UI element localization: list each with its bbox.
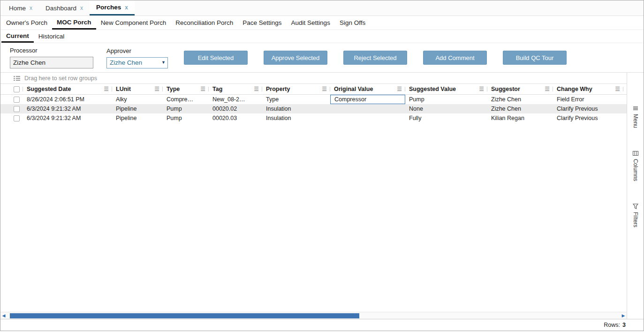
window-tab-dashboard[interactable]: Dashboard x [39,0,90,15]
approve-selected-button[interactable]: Approve Selected [264,51,327,65]
row-checkbox[interactable] [14,106,20,112]
column-menu-icon[interactable]: ☰ [322,86,327,92]
tab-owners-porch[interactable]: Owner's Porch [1,16,52,30]
cell-tag[interactable]: New_08-2… [209,95,262,104]
row-groups-icon [14,75,20,81]
cell-suggestor[interactable]: Kilian Regan [487,113,553,123]
close-icon[interactable]: x [125,4,128,11]
table-row[interactable]: 8/26/2024 2:06:51 PM Alky Compre… New_08… [0,95,627,104]
column-header-type[interactable]: Type☰ [163,84,209,94]
cell-suggestor[interactable]: Zizhe Chen [487,104,553,113]
cell-change-why[interactable]: Clarify Previous [553,113,623,123]
row-group-drop-zone[interactable]: Drag here to set row groups [0,73,627,84]
table-row[interactable]: 6/3/2024 9:21:32 AM Pipeline Pump 00020.… [0,113,627,123]
column-menu-icon[interactable]: ☰ [154,86,159,92]
h-scrollbar[interactable]: ◀ ▶ [0,312,627,319]
column-menu-icon[interactable]: ☰ [615,86,620,92]
column-label: Tag [212,86,222,92]
cell-property[interactable]: Insulation [262,104,330,113]
column-menu-icon[interactable]: ☰ [254,86,259,92]
h-scroll-thumb[interactable] [10,313,359,318]
scroll-left-arrow-icon[interactable]: ◀ [0,313,7,318]
processor-label: Processor [10,47,93,54]
close-icon[interactable]: x [80,5,83,11]
column-menu-icon[interactable]: ☰ [545,86,550,92]
column-header-suggested-value[interactable]: Suggested Value☰ [405,84,487,94]
column-header-suggestor[interactable]: Suggestor☰ [487,84,553,94]
table-row[interactable]: 6/3/2024 9:21:32 AM Pipeline Pump 00020.… [0,104,627,113]
cell-suggested-date[interactable]: 6/3/2024 9:21:32 AM [23,113,112,123]
sidebar-button-menu[interactable]: Menu [632,106,639,128]
build-qc-tour-button[interactable]: Build QC Tour [503,51,567,65]
cell-type[interactable]: Pump [163,104,209,113]
cell-change-why[interactable]: Clarify Previous [553,104,623,113]
sidebar-button-columns[interactable]: Columns [632,151,639,181]
select-all-checkbox[interactable] [14,86,20,92]
processor-input[interactable] [10,57,93,68]
cell-tag[interactable]: 00020.02 [209,104,262,113]
cell-suggested-date[interactable]: 6/3/2024 9:21:32 AM [23,104,112,113]
cell-property[interactable]: Insulation [262,113,330,123]
cell-suggested-value[interactable]: Pump [405,95,487,104]
tab-pace-settings[interactable]: Pace Settings [238,16,286,30]
cell-lunit[interactable]: Pipeline [112,104,163,113]
processor-field-group: Processor [10,47,93,68]
columns-icon [633,151,638,156]
cell-lunit[interactable]: Alky [112,95,163,104]
column-menu-icon[interactable]: ☰ [397,86,402,92]
column-label: LUnit [116,86,131,92]
column-header-suggested-date[interactable]: Suggested Date☰ [23,84,112,94]
row-checkbox[interactable] [14,97,20,103]
tab-moc-porch[interactable]: MOC Porch [52,16,96,30]
cell-tag[interactable]: 00020.03 [209,113,262,123]
column-header-original-value[interactable]: Original Value☰ [330,84,405,94]
column-header-property[interactable]: Property☰ [262,84,330,94]
window-tab-home[interactable]: Home x [2,0,39,15]
cell-suggested-value[interactable]: None [405,104,487,113]
cell-original-value[interactable]: Compressor [330,95,405,104]
reject-selected-button[interactable]: Reject Selected [343,51,407,65]
approver-label: Approver [106,47,168,54]
window-tab-label: Porches [96,4,121,11]
cell-original-value[interactable] [330,113,405,123]
cell-suggested-date[interactable]: 8/26/2024 2:06:51 PM [23,95,112,104]
tab-new-component-porch[interactable]: New Component Porch [96,16,171,30]
add-comment-button[interactable]: Add Comment [423,51,487,65]
grid-header-row: Suggested Date☰ LUnit☰ Type☰ Tag☰ Proper… [0,84,627,95]
grid-side-panel: Menu Columns Filters [627,73,644,319]
cell-type[interactable]: Pump [163,113,209,123]
scroll-right-arrow-icon[interactable]: ▶ [620,313,627,318]
sidebar-button-filters[interactable]: Filters [632,204,639,227]
window-tab-porches[interactable]: Porches x [90,0,135,15]
column-header-lunit[interactable]: LUnit☰ [112,84,163,94]
column-label: Suggestor [491,86,520,92]
cell-change-why[interactable]: Field Error [553,95,623,104]
tab-historical[interactable]: Historical [34,30,69,43]
tab-reconciliation-porch[interactable]: Reconciliation Porch [171,16,238,30]
column-label: Type [167,86,180,92]
tab-current[interactable]: Current [1,30,34,43]
column-menu-icon[interactable]: ☰ [200,86,205,92]
cell-original-value[interactable] [330,104,405,113]
column-label: Change Why [557,86,592,92]
close-icon[interactable]: x [30,5,32,11]
header-checkbox-cell [10,84,23,94]
cell-type[interactable]: Compre… [163,95,209,104]
column-menu-icon[interactable]: ☰ [479,86,484,92]
column-header-tag[interactable]: Tag☰ [209,84,262,94]
tab-sign-offs[interactable]: Sign Offs [335,16,370,30]
row-checkbox-cell [10,95,23,104]
column-menu-icon[interactable]: ☰ [104,86,109,92]
approver-select[interactable]: Zizhe Chen [106,57,168,68]
tab-audit-settings[interactable]: Audit Settings [287,16,335,30]
column-header-change-why[interactable]: Change Why☰ [553,84,623,94]
cell-suggested-value[interactable]: Fully [405,113,487,123]
h-scroll-track[interactable] [7,312,620,319]
window-tab-label: Home [9,5,26,12]
row-checkbox[interactable] [14,115,20,121]
cell-suggestor[interactable]: Zizhe Chen [487,95,553,104]
row-group-drop-text: Drag here to set row groups [24,75,97,82]
cell-lunit[interactable]: Pipeline [112,113,163,123]
edit-selected-button[interactable]: Edit Selected [184,51,248,65]
cell-property[interactable]: Type [262,95,330,104]
